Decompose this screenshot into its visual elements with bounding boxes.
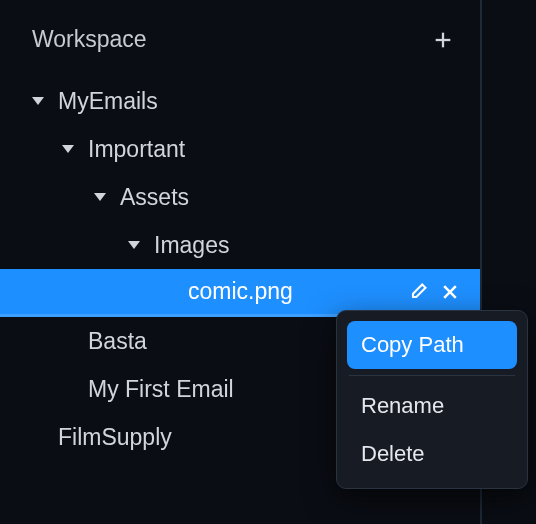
tree-folder-assets[interactable]: Assets (0, 173, 480, 221)
add-button[interactable] (432, 29, 454, 51)
caret-down-icon (94, 193, 106, 201)
tree-item-label: MyEmails (58, 88, 158, 115)
context-menu-delete[interactable]: Delete (347, 430, 517, 478)
context-menu-divider (349, 375, 515, 376)
tree-item-label: My First Email (88, 376, 234, 403)
tree-item-label: FilmSupply (58, 424, 172, 451)
context-menu: Copy Path Rename Delete (336, 310, 528, 489)
tree-item-label: Basta (88, 328, 147, 355)
context-menu-rename[interactable]: Rename (347, 382, 517, 430)
tree-item-label: comic.png (188, 278, 293, 305)
plus-icon (432, 29, 454, 51)
caret-down-icon (128, 241, 140, 249)
tree-folder-myemails[interactable]: MyEmails (0, 77, 480, 125)
tree-item-label: Important (88, 136, 185, 163)
tree-item-label: Assets (120, 184, 189, 211)
file-actions (408, 282, 460, 302)
context-menu-copy-path[interactable]: Copy Path (347, 321, 517, 369)
tree-item-label: Images (154, 232, 229, 259)
caret-down-icon (32, 97, 44, 105)
workspace-title: Workspace (32, 26, 147, 53)
close-icon[interactable] (440, 282, 460, 302)
tree-folder-images[interactable]: Images (0, 221, 480, 269)
workspace-header: Workspace (0, 8, 480, 69)
tree-folder-important[interactable]: Important (0, 125, 480, 173)
edit-icon[interactable] (408, 282, 428, 302)
caret-down-icon (62, 145, 74, 153)
